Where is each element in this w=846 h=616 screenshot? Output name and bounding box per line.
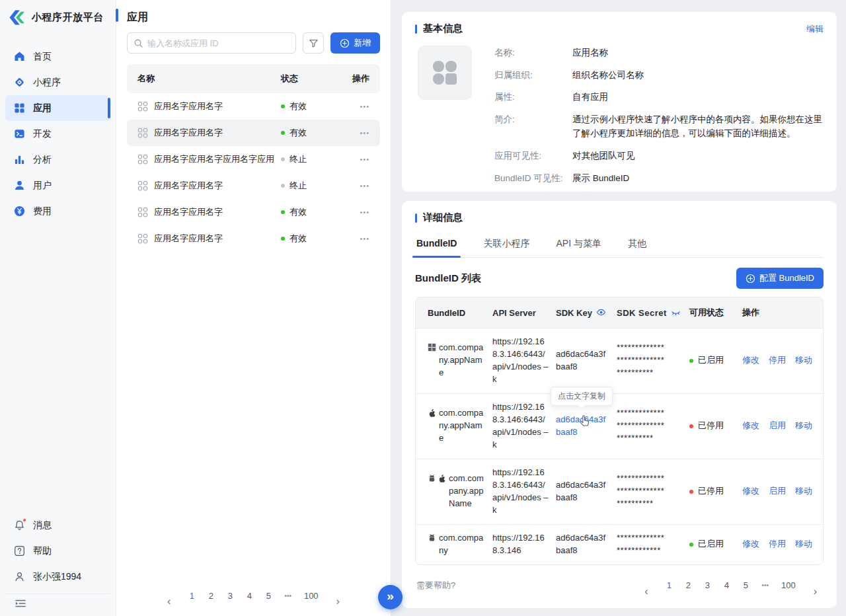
status-dot <box>689 359 693 363</box>
basic-info-fields: 名称:应用名称 归属组织:组织名称公司名称 属性:自有应用 简介:通过示例小程序… <box>494 46 824 185</box>
eye-open-icon[interactable] <box>596 307 606 317</box>
pagination-page[interactable]: 2 <box>208 591 214 601</box>
sidebar-item-apps[interactable]: 应用 <box>5 95 110 121</box>
move-link[interactable]: 移动 <box>795 354 812 367</box>
pagination-next[interactable]: › <box>331 584 345 607</box>
pagination-page[interactable]: 100 <box>304 591 319 601</box>
sidebar-item-analytics[interactable]: 分析 <box>5 147 110 173</box>
need-help-link[interactable]: 需要帮助? <box>416 580 455 592</box>
api-server: https://192.168.3.146 <box>492 532 556 557</box>
sidebar-item-label: 帮助 <box>33 545 52 557</box>
tab-bundleid[interactable]: BundleID <box>415 232 458 257</box>
app-list-row[interactable]: 应用名字应用名字 有效 ••• <box>127 225 380 252</box>
status-label: 终止 <box>289 180 307 192</box>
app-list-row[interactable]: 应用名字应用名字应用名字应用 终止 ••• <box>127 146 380 173</box>
terminal-icon <box>13 128 25 140</box>
sdk-key[interactable]: ad6dac64a3fbaaf8 <box>556 533 605 555</box>
sdk-key[interactable]: ad6dac64a3fbaaf8 <box>556 349 605 371</box>
more-actions-button[interactable]: ••• <box>340 208 369 216</box>
expand-panel-button[interactable]: » <box>378 585 403 609</box>
eye-closed-icon[interactable] <box>671 307 681 317</box>
edit-link[interactable]: 编辑 <box>806 23 824 35</box>
configure-bundleid-button[interactable]: 配置 BundleID <box>736 268 824 289</box>
modify-link[interactable]: 修改 <box>742 420 759 432</box>
detail-footer: 需要帮助? ‹ 1 2 3 4 5 ••• 100 › <box>415 574 824 597</box>
sidebar-nav: 首页 小程序 应用 <box>0 32 116 224</box>
sdk-key[interactable]: ad6dac64a3fbaaf8 <box>556 480 605 502</box>
more-actions-button[interactable]: ••• <box>340 129 369 137</box>
app-list-row[interactable]: 应用名字应用名字 终止 ••• <box>127 173 380 199</box>
pagination-prev[interactable]: ‹ <box>639 574 653 597</box>
pagination-page[interactable]: 4 <box>246 591 252 601</box>
pagination-page[interactable]: 3 <box>704 580 711 590</box>
pagination-page[interactable]: 1 <box>188 591 195 601</box>
tab-other[interactable]: 其他 <box>627 232 648 257</box>
enable-link[interactable]: 启用 <box>769 485 786 498</box>
collapse-sidebar-icon[interactable] <box>15 598 26 609</box>
plus-circle-icon <box>340 38 350 48</box>
api-server: https://192.168.3.146:6443/api/v1/nodes … <box>492 401 556 451</box>
pagination-prev[interactable]: ‹ <box>162 584 176 607</box>
move-link[interactable]: 移动 <box>795 538 812 551</box>
modify-link[interactable]: 修改 <box>742 485 759 498</box>
disable-link[interactable]: 停用 <box>769 538 786 551</box>
api-server: https://192.168.3.146:6443/api/v1/nodes … <box>492 336 556 386</box>
add-app-button[interactable]: 新增 <box>330 32 380 54</box>
sdk-key-hovered[interactable]: ad6dac64a3fbaaf8 <box>556 414 605 437</box>
field-label: 归属组织: <box>494 68 572 83</box>
availability-label: 已停用 <box>698 485 724 498</box>
sidebar-item-billing[interactable]: 费用 <box>5 198 110 224</box>
sidebar-item-messages[interactable]: 消息 <box>5 512 110 538</box>
more-actions-button[interactable]: ••• <box>340 155 369 163</box>
move-link[interactable]: 移动 <box>795 485 812 498</box>
pagination-page[interactable]: 2 <box>685 580 691 590</box>
disable-link[interactable]: 停用 <box>769 354 786 367</box>
more-actions-button[interactable]: ••• <box>340 182 369 190</box>
filter-button[interactable] <box>303 32 324 54</box>
tab-api-menu[interactable]: API 与菜单 <box>555 232 602 257</box>
sidebar-item-account[interactable]: 张小强1994 <box>5 564 110 590</box>
windows-icon <box>428 342 436 379</box>
sidebar-bottom: 消息 帮助 张小强19 <box>0 512 116 616</box>
sidebar-item-users[interactable]: 用户 <box>5 173 110 198</box>
pagination-ellipsis[interactable]: ••• <box>761 582 769 589</box>
pagination-page[interactable]: 4 <box>723 580 730 590</box>
pagination-page[interactable]: 5 <box>265 591 272 601</box>
sdk-secret-masked: ************* ************* ********** <box>617 342 689 379</box>
app-list-row[interactable]: 应用名字应用名字 有效 ••• <box>127 93 380 120</box>
sidebar-item-dev[interactable]: 开发 <box>5 121 110 147</box>
app-list-row-selected[interactable]: 应用名字应用名字 有效 ••• <box>127 120 380 146</box>
availability-label: 已启用 <box>698 354 724 367</box>
pagination-ellipsis[interactable]: ••• <box>284 592 291 599</box>
pagination-next[interactable]: › <box>808 574 822 597</box>
sidebar-item-miniprogram[interactable]: 小程序 <box>5 69 110 95</box>
enable-link[interactable]: 启用 <box>769 420 786 432</box>
field-value: 组织名称公司名称 <box>572 68 824 83</box>
platform-logo-icon <box>9 9 26 26</box>
more-actions-button[interactable]: ••• <box>340 235 369 243</box>
pagination-page[interactable]: 100 <box>781 580 796 590</box>
bundle-id: com.company.appName <box>439 342 486 379</box>
column-status: 状态 <box>281 73 340 85</box>
apple-icon <box>428 407 436 445</box>
modify-link[interactable]: 修改 <box>742 354 759 367</box>
modify-link[interactable]: 修改 <box>742 538 759 551</box>
sdk-secret-masked: ************* ************* ********** <box>617 473 689 510</box>
app-list-row[interactable]: 应用名字应用名字 有效 ••• <box>127 199 380 225</box>
apple-icon <box>438 474 446 510</box>
column-sdk-key: SDK Key <box>556 307 617 318</box>
status-dot <box>689 490 693 494</box>
move-link[interactable]: 移动 <box>795 420 812 432</box>
pagination-page[interactable]: 1 <box>666 580 672 590</box>
pagination-page[interactable]: 5 <box>742 580 749 590</box>
pagination-page[interactable]: 3 <box>227 591 233 601</box>
more-actions-button[interactable]: ••• <box>340 102 369 110</box>
field-label: 属性: <box>494 90 572 104</box>
search-input[interactable] <box>147 38 289 48</box>
active-indicator-bar <box>108 98 110 118</box>
sidebar-item-home[interactable]: 首页 <box>5 44 110 69</box>
status-label: 有效 <box>289 206 307 218</box>
sidebar-item-help[interactable]: 帮助 <box>5 538 110 564</box>
tab-linked-miniprograms[interactable]: 关联小程序 <box>482 232 531 257</box>
scrollbar-thumb[interactable] <box>116 9 118 22</box>
